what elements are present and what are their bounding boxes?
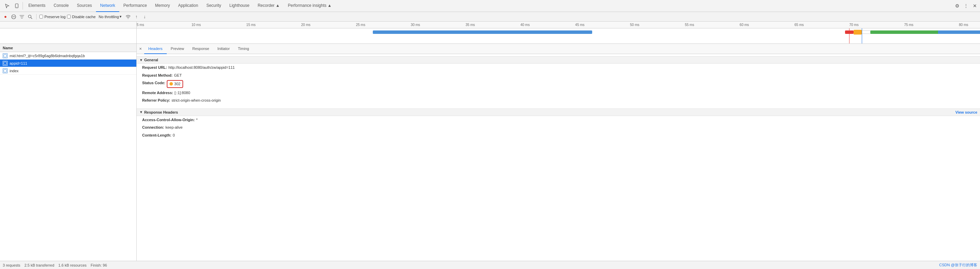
detail-tab-response[interactable]: Response bbox=[188, 44, 213, 54]
tab-console[interactable]: Console bbox=[49, 0, 73, 12]
main-layout: Name mid.html?_ijt=c5r89g6ag8b6idmadnbqf… bbox=[0, 44, 980, 261]
throttle-selector[interactable]: No throttling ▾ bbox=[97, 14, 123, 19]
tab-bar-actions: ⚙ ⋮ ✕ bbox=[953, 2, 978, 10]
tab-memory[interactable]: Memory bbox=[151, 0, 174, 12]
tick-70ms: 70 ms bbox=[849, 23, 858, 27]
request-url-row: Request URL: http://localhost:8080/auth/… bbox=[137, 64, 980, 72]
devtools-icons bbox=[2, 2, 23, 10]
waterfall-bar-4 bbox=[938, 30, 980, 34]
tab-performance[interactable]: Performance bbox=[119, 0, 151, 12]
connection-header-row: Connection: keep-alive bbox=[137, 123, 980, 131]
detail-tab-initiator[interactable]: Initiator bbox=[213, 44, 234, 54]
list-item[interactable]: index bbox=[0, 67, 136, 75]
list-header: Name bbox=[0, 44, 136, 52]
detail-tab-headers[interactable]: Headers bbox=[144, 44, 167, 54]
tick-25ms: 25 ms bbox=[356, 23, 365, 27]
list-item[interactable]: mid.html?_ijt=c5r89g6ag8b6idmadnbqfgqa1b bbox=[0, 52, 136, 59]
tab-lighthouse[interactable]: Lighthouse bbox=[225, 0, 253, 12]
tick-15ms: 15 ms bbox=[247, 23, 256, 27]
tick-45ms: 45 ms bbox=[575, 23, 584, 27]
tick-60ms: 60 ms bbox=[740, 23, 749, 27]
timeline-waterfall bbox=[0, 29, 980, 44]
status-code-badge: 302 bbox=[167, 80, 183, 88]
waterfall-bar-1 bbox=[373, 30, 592, 34]
tab-security[interactable]: Security bbox=[202, 0, 225, 12]
more-menu-icon[interactable]: ⋮ bbox=[962, 2, 970, 10]
waterfall-bar-2-orange bbox=[854, 30, 862, 35]
response-headers-header[interactable]: ▼ Response Headers View source bbox=[137, 109, 980, 116]
download-icon[interactable]: ↓ bbox=[141, 13, 148, 20]
finish-time: Finish: 96 bbox=[91, 263, 107, 267]
close-devtools-icon[interactable]: ✕ bbox=[971, 2, 978, 10]
detail-tab-timing[interactable]: Timing bbox=[234, 44, 253, 54]
tick-80ms: 80 ms bbox=[959, 23, 968, 27]
collapse-arrow-icon: ▼ bbox=[139, 110, 143, 114]
response-headers-section: ▼ Response Headers View source Access-Co… bbox=[137, 106, 980, 141]
list-item-selected[interactable]: appid=111 bbox=[0, 59, 136, 67]
svg-rect-6 bbox=[4, 54, 6, 57]
tick-10ms: 10 ms bbox=[191, 23, 200, 27]
search-icon[interactable] bbox=[27, 13, 33, 20]
svg-point-1 bbox=[16, 7, 17, 8]
svg-rect-8 bbox=[4, 69, 6, 72]
disable-cache-label[interactable]: Disable cache bbox=[67, 15, 95, 19]
content-length-header-row: Content-Length: 0 bbox=[137, 131, 980, 139]
tick-50ms: 50 ms bbox=[630, 23, 640, 27]
toolbar-divider bbox=[36, 14, 37, 19]
tick-65ms: 65 ms bbox=[794, 23, 804, 27]
tab-performance-insights[interactable]: Performance insights ▲ bbox=[284, 0, 336, 12]
close-detail-icon[interactable]: ✕ bbox=[138, 46, 143, 51]
ruler-left-spacer bbox=[0, 22, 137, 28]
tab-application[interactable]: Application bbox=[174, 0, 202, 12]
waterfall-redline bbox=[849, 29, 850, 43]
status-code-row: Status Code: 302 bbox=[137, 79, 980, 89]
transferred-size: 2.5 kB transferred bbox=[24, 263, 54, 267]
disable-cache-checkbox[interactable] bbox=[67, 15, 71, 19]
waterfall-blueline bbox=[862, 29, 862, 43]
doc-icon bbox=[3, 69, 8, 73]
status-bar: 3 requests 2.5 kB transferred 1.6 kB res… bbox=[0, 261, 980, 269]
tab-sources[interactable]: Sources bbox=[73, 0, 96, 12]
svg-line-5 bbox=[31, 18, 32, 19]
tick-5ms: 5 ms bbox=[137, 23, 144, 27]
wifi-icon[interactable] bbox=[125, 13, 132, 20]
remote-address-row: Remote Address: [::1]:8080 bbox=[137, 89, 980, 97]
status-dot-icon bbox=[170, 82, 173, 86]
detail-tab-preview[interactable]: Preview bbox=[167, 44, 188, 54]
preserve-log-checkbox[interactable] bbox=[39, 15, 43, 19]
network-toolbar: ● Preserve log Disable cache No throttli… bbox=[0, 12, 980, 22]
tick-55ms: 55 ms bbox=[685, 23, 694, 27]
tick-75ms: 75 ms bbox=[904, 23, 913, 27]
doc-icon bbox=[3, 53, 8, 58]
general-section-header[interactable]: ▼ General bbox=[137, 56, 980, 64]
throttle-arrow-icon: ▾ bbox=[119, 14, 122, 19]
general-section: ▼ General Request URL: http://localhost:… bbox=[137, 54, 980, 106]
settings-icon[interactable]: ⚙ bbox=[953, 2, 961, 10]
tick-20ms: 20 ms bbox=[301, 23, 310, 27]
tab-recorder[interactable]: Recorder ▲ bbox=[253, 0, 284, 12]
timeline-ruler: 5 ms 10 ms 15 ms 20 ms 25 ms 30 ms 35 ms… bbox=[0, 22, 980, 29]
clear-button[interactable] bbox=[10, 13, 17, 20]
upload-icon[interactable]: ↑ bbox=[133, 13, 140, 20]
tab-network[interactable]: Network bbox=[96, 0, 119, 12]
watermark: CSDN @张子行的博客 bbox=[939, 263, 977, 267]
tab-elements[interactable]: Elements bbox=[24, 0, 49, 12]
tick-35ms: 35 ms bbox=[466, 23, 475, 27]
acao-header-row: Access-Control-Allow-Origin: * bbox=[137, 116, 980, 124]
waterfall-left-spacer bbox=[0, 29, 137, 43]
svg-point-4 bbox=[29, 15, 31, 18]
collapse-arrow-icon: ▼ bbox=[139, 58, 143, 62]
filter-icon[interactable] bbox=[19, 13, 25, 20]
referrer-policy-row: Referrer Policy: strict-origin-when-cros… bbox=[137, 96, 980, 104]
detail-panel: ✕ Headers Preview Response Initiator Tim… bbox=[137, 44, 980, 261]
requests-count: 3 requests bbox=[3, 263, 20, 267]
record-stop-button[interactable]: ● bbox=[2, 13, 9, 20]
cursor-icon[interactable] bbox=[3, 2, 11, 10]
request-list-panel: Name mid.html?_ijt=c5r89g6ag8b6idmadnbqf… bbox=[0, 44, 137, 261]
preserve-log-label[interactable]: Preserve log bbox=[39, 15, 65, 19]
request-method-row: Request Method: GET bbox=[137, 72, 980, 79]
view-source-link[interactable]: View source bbox=[955, 110, 977, 114]
mobile-icon[interactable] bbox=[13, 2, 21, 10]
tick-30ms: 30 ms bbox=[411, 23, 420, 27]
doc-icon-selected bbox=[3, 61, 8, 66]
